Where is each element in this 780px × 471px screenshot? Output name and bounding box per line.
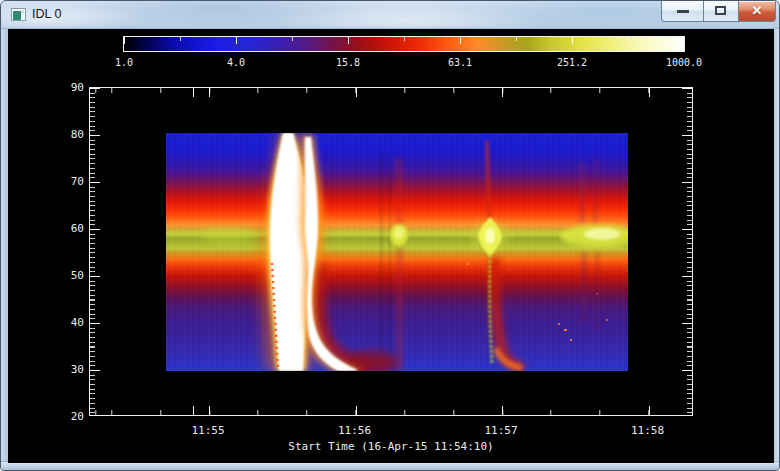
window-title: IDL 0: [32, 1, 61, 28]
y-axis-label: 30: [50, 363, 84, 376]
speckles: [466, 263, 608, 341]
weak-burst: [390, 158, 408, 371]
minimize-icon: [677, 10, 689, 13]
y-axis-label: 40: [50, 316, 84, 329]
colorbar-label: 251.2: [550, 57, 594, 68]
y-axis-left-major-ticks: [90, 88, 100, 415]
idl-window: IDL 0 ✕ 1.0 4.0 15.8 63.1 251.2 1000.0: [0, 0, 780, 471]
colorbar-label: 1.0: [102, 57, 146, 68]
colorbar: [123, 36, 685, 52]
plot-canvas: 1.0 4.0 15.8 63.1 251.2 1000.0 90 80 70 …: [8, 29, 774, 463]
titlebar[interactable]: IDL 0 ✕: [1, 1, 780, 29]
y-axis-right-major-ticks: [682, 88, 692, 415]
app-icon: [11, 8, 26, 21]
faint-dark-streaks: [380, 153, 391, 360]
colorbar-minor-ticks: [124, 37, 684, 41]
y-axis-label: 90: [50, 81, 84, 94]
x-axis-label: 11:57: [479, 424, 523, 437]
x-axis-top-major-ticks: [90, 88, 692, 97]
minimize-button[interactable]: [661, 1, 703, 22]
band-blob-left: [200, 227, 256, 243]
y-axis-label: 80: [50, 128, 84, 141]
spectrogram-overlay: [166, 133, 628, 371]
flare-burst-second: [300, 135, 399, 371]
x-axis-label: 11:58: [626, 424, 670, 437]
spectrogram: [166, 133, 628, 371]
y-axis-label: 70: [50, 175, 84, 188]
y-axis-label: 50: [50, 269, 84, 282]
colorbar-label: 15.8: [326, 57, 370, 68]
maximize-button[interactable]: [703, 1, 739, 22]
x-axis-label: 11:56: [333, 424, 377, 437]
moderate-burst: [470, 141, 524, 369]
x-axis-label: 11:55: [186, 424, 230, 437]
window-border-left: [1, 29, 8, 463]
colorbar-label: 1000.0: [662, 57, 706, 68]
colorbar-label: 4.0: [214, 57, 258, 68]
x-axis-title: Start Time (16-Apr-15 11:54:10): [251, 440, 531, 453]
window-controls: ✕: [661, 1, 776, 22]
close-icon: ✕: [739, 1, 775, 21]
maximize-icon: [715, 6, 726, 15]
y-axis-label: 60: [50, 222, 84, 235]
close-button[interactable]: ✕: [739, 1, 776, 22]
x-axis-bottom-major-ticks: [90, 406, 692, 415]
colorbar-label: 63.1: [438, 57, 482, 68]
y-axis-label: 20: [50, 410, 84, 423]
